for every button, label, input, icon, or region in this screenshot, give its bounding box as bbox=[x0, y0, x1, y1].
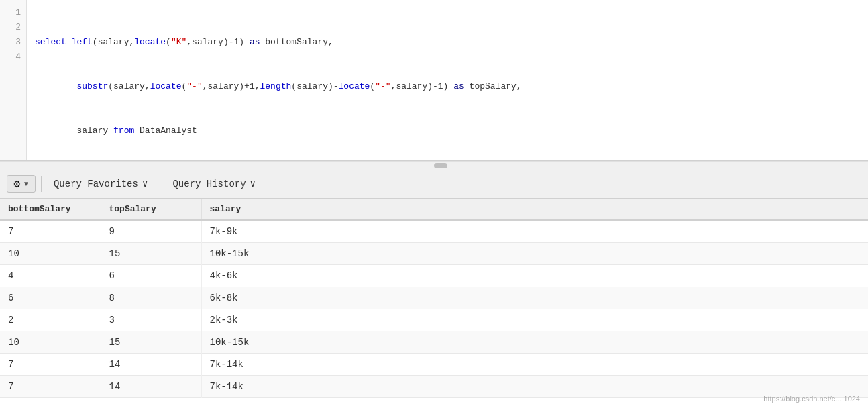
code-content[interactable]: select left(salary,locate("K",salary)-1)… bbox=[27, 0, 868, 160]
gear-dropdown-arrow: ▼ bbox=[23, 180, 30, 187]
query-favorites-button[interactable]: Query Favorites ∨ bbox=[47, 175, 154, 192]
query-history-button[interactable]: Query History ∨ bbox=[166, 175, 262, 192]
table-cell bbox=[309, 265, 868, 287]
results-table-container: bottomSalary topSalary salary 797k-9k101… bbox=[0, 199, 868, 408]
table-row: 797k-9k bbox=[0, 220, 868, 243]
table-cell: 2 bbox=[0, 309, 101, 332]
horizontal-scrollbar[interactable] bbox=[0, 161, 868, 169]
query-history-arrow: ∨ bbox=[250, 178, 256, 189]
table-header-row: bottomSalary topSalary salary bbox=[0, 199, 868, 220]
table-cell: 15 bbox=[101, 243, 201, 265]
table-cell: 4 bbox=[0, 265, 101, 287]
table-cell: 7 bbox=[0, 354, 101, 376]
table-cell: 2k-3k bbox=[201, 309, 309, 332]
table-cell: 8 bbox=[101, 287, 201, 309]
table-cell: 6 bbox=[101, 265, 201, 287]
query-toolbar: ⚙ ▼ Query Favorites ∨ Query History ∨ bbox=[0, 169, 868, 199]
code-line-3: salary from DataAnalyst bbox=[35, 123, 860, 138]
table-cell: 14 bbox=[101, 376, 201, 398]
scrollbar-thumb[interactable] bbox=[434, 163, 447, 168]
table-cell: 10 bbox=[0, 243, 101, 265]
table-cell: 10k-15k bbox=[201, 243, 309, 265]
table-row: 464k-6k bbox=[0, 265, 868, 287]
table-row: 7147k-14k bbox=[0, 376, 868, 398]
toolbar-separator-2 bbox=[160, 176, 160, 192]
col-header-salary: salary bbox=[201, 199, 309, 220]
line-number-2: 2 bbox=[0, 20, 26, 35]
line-number-1: 1 bbox=[0, 5, 26, 20]
table-cell: 7k-14k bbox=[201, 354, 309, 376]
table-row: 232k-3k bbox=[0, 309, 868, 332]
table-cell: 7 bbox=[0, 376, 101, 398]
table-cell: 10k-15k bbox=[201, 332, 309, 354]
gear-button[interactable]: ⚙ ▼ bbox=[7, 175, 36, 193]
table-cell: 7 bbox=[0, 220, 101, 243]
gear-icon: ⚙ bbox=[13, 178, 21, 189]
table-cell: 14 bbox=[101, 354, 201, 376]
table-cell: 6k-8k bbox=[201, 287, 309, 309]
query-favorites-arrow: ∨ bbox=[142, 178, 148, 189]
table-cell: 3 bbox=[101, 309, 201, 332]
toolbar-separator-1 bbox=[41, 176, 42, 192]
line-number-4: 4 bbox=[0, 50, 26, 64]
table-cell bbox=[309, 309, 868, 332]
table-cell: 4k-6k bbox=[201, 265, 309, 287]
table-cell: 9 bbox=[101, 220, 201, 243]
table-row: 686k-8k bbox=[0, 287, 868, 309]
table-row: 7147k-14k bbox=[0, 354, 868, 376]
sql-editor[interactable]: 1 2 3 4 select left(salary,locate("K",sa… bbox=[0, 0, 868, 161]
watermark: https://blog.csdn.net/c... 1024 bbox=[763, 395, 860, 403]
line-numbers: 1 2 3 4 bbox=[0, 0, 27, 160]
code-line-2: substr(salary,locate("-",salary)+1,lengt… bbox=[35, 79, 860, 94]
table-cell: 7k-9k bbox=[201, 220, 309, 243]
table-cell: 10 bbox=[0, 332, 101, 354]
query-history-label: Query History bbox=[172, 178, 246, 189]
table-cell: 6 bbox=[0, 287, 101, 309]
table-row: 101510k-15k bbox=[0, 243, 868, 265]
table-cell: 7k-14k bbox=[201, 376, 309, 398]
table-cell bbox=[309, 332, 868, 354]
table-cell bbox=[309, 243, 868, 265]
table-cell: 15 bbox=[101, 332, 201, 354]
col-header-topsalary: topSalary bbox=[101, 199, 201, 220]
query-favorites-label: Query Favorites bbox=[54, 178, 138, 189]
table-cell bbox=[309, 220, 868, 243]
code-line-1: select left(salary,locate("K",salary)-1)… bbox=[35, 35, 860, 50]
col-header-bottomsalary: bottomSalary bbox=[0, 199, 101, 220]
col-header-extra bbox=[309, 199, 868, 220]
table-cell bbox=[309, 354, 868, 376]
table-cell bbox=[309, 287, 868, 309]
table-body: 797k-9k101510k-15k464k-6k686k-8k232k-3k1… bbox=[0, 220, 868, 398]
results-table: bottomSalary topSalary salary 797k-9k101… bbox=[0, 199, 868, 398]
line-number-3: 3 bbox=[0, 35, 26, 50]
table-row: 101510k-15k bbox=[0, 332, 868, 354]
